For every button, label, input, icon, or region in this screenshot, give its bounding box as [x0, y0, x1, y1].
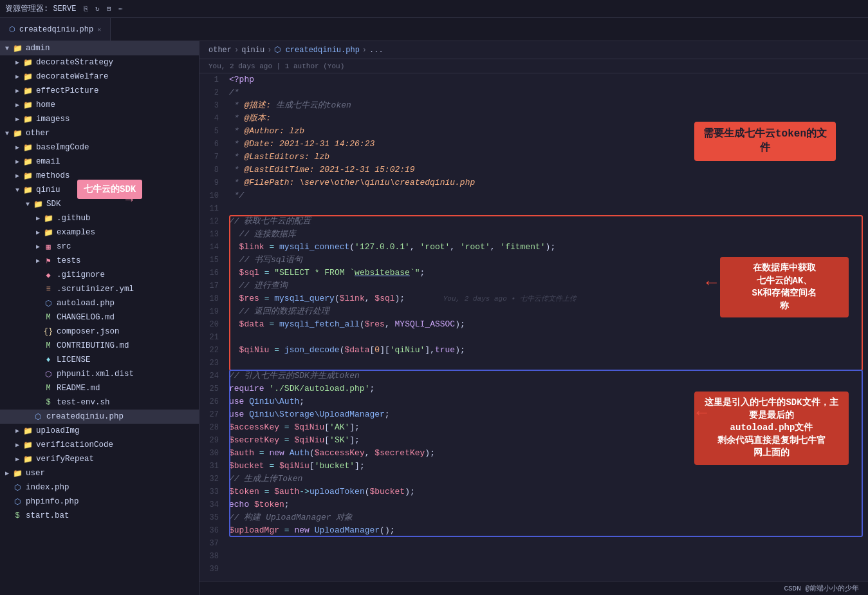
sidebar-item-effectPicture[interactable]: ▶ 📁 effectPicture	[0, 84, 199, 98]
sidebar-label: verificationCode	[36, 440, 113, 449]
file-icon: ⬡	[12, 496, 23, 507]
sidebar-item-decorateStrategy[interactable]: ▶ 📁 decorateStrategy	[0, 55, 199, 70]
sidebar-label: CONTRIBUTING.md	[57, 341, 129, 350]
folder-icon: 📁	[22, 425, 33, 437]
sidebar-item-github[interactable]: ▶ 📁 .github	[0, 211, 199, 225]
sidebar-label: .scrutinizer.yml	[57, 285, 134, 294]
sidebar-item-gitignore[interactable]: ▶ ◆ .gitignore	[0, 268, 199, 282]
arrow-icon: ▼	[3, 130, 12, 137]
sidebar-item-autoload[interactable]: ▶ ⬡ autoload.php	[0, 296, 199, 310]
file-icon: ♦	[42, 354, 54, 366]
sidebar-item-startbat[interactable]: ▶ $ start.bat	[0, 509, 199, 523]
line-content: $data = mysqli_fetch_all($res, MYSQLI_AS…	[229, 318, 868, 331]
line-number: 28	[199, 421, 229, 434]
arrow-icon: ▶	[13, 115, 22, 123]
line-content: * @FilePath: \serve\other\qiniu\createdq…	[229, 176, 868, 189]
line-content: */	[229, 189, 868, 202]
folder-icon: 📁	[22, 142, 33, 153]
folder-icon: 📁	[22, 170, 33, 182]
sidebar-item-readme[interactable]: ▶ M README.md	[0, 381, 199, 395]
sidebar-item-other[interactable]: ▼ 📁 other	[0, 126, 199, 140]
sidebar-item-examples[interactable]: ▶ 📁 examples	[0, 225, 199, 240]
code-line: 34 echo $token;	[199, 498, 868, 511]
line-number: 30	[199, 447, 229, 460]
sidebar-item-license[interactable]: ▶ ♦ LICENSE	[0, 353, 199, 367]
folder-icon: 📁	[22, 453, 33, 465]
sidebar-item-tests[interactable]: ▶ ⚑ tests	[0, 254, 199, 268]
sidebar-item-uploadImg[interactable]: ▶ 📁 uploadImg	[0, 424, 199, 438]
folder-icon: 📁	[42, 212, 54, 224]
folder-icon: 📁	[22, 71, 33, 82]
folder-icon: 📁	[22, 99, 33, 111]
breadcrumb-sep3: ›	[362, 46, 367, 55]
code-line: 39	[199, 563, 868, 576]
code-line: 23	[199, 357, 868, 370]
sidebar-item-user[interactable]: ▶ 📁 user	[0, 466, 199, 480]
code-line: 10 */	[199, 189, 868, 202]
editor-area: other › qiniu › ⬡ createdqiniu.php › ...…	[199, 41, 868, 595]
tab-createdqiniu[interactable]: ⬡ createdqiniu.php ✕	[0, 18, 111, 41]
sidebar-item-baseImgCode[interactable]: ▶ 📁 baseImgCode	[0, 140, 199, 155]
refresh-icon[interactable]: ↻	[93, 5, 102, 14]
sidebar-label: LICENSE	[57, 355, 91, 364]
sidebar-item-contributing[interactable]: ▶ M CONTRIBUTING.md	[0, 339, 199, 353]
sidebar-item-testenv[interactable]: ▶ $ test-env.sh	[0, 395, 199, 410]
line-number: 21	[199, 331, 229, 344]
sidebar-item-email[interactable]: ▶ 📁 email	[0, 155, 199, 169]
folder-icon: 📁	[42, 227, 54, 238]
sidebar-item-index[interactable]: ▶ ⬡ index.php	[0, 480, 199, 495]
line-content: $qiNiu = json_decode($data[0]['qiNiu'],t…	[229, 344, 868, 357]
sidebar-item-decorateWelfare[interactable]: ▶ 📁 decorateWelfare	[0, 70, 199, 84]
sidebar-item-admin[interactable]: ▼ 📁 admin	[0, 41, 199, 55]
code-line: 8 * @LastEditTime: 2021-12-31 15:02:19	[199, 164, 868, 176]
sidebar-item-imagess[interactable]: ▶ 📁 imagess	[0, 112, 199, 126]
breadcrumb-qiniu: qiniu	[241, 46, 264, 55]
sidebar-label: SDK	[46, 200, 61, 209]
line-number: 6	[199, 138, 229, 151]
arrow-to-sdk-icon: ←	[696, 403, 707, 423]
sidebar-item-verificationCode[interactable]: ▶ 📁 verificationCode	[0, 438, 199, 452]
sidebar-item-src[interactable]: ▶ ▦ src	[0, 240, 199, 254]
more-icon[interactable]: ⋯	[116, 5, 125, 14]
sidebar-label: index.php	[26, 483, 69, 492]
arrow-icon: ▶	[13, 144, 22, 151]
sidebar-item-phpunit[interactable]: ▶ ⬡ phpunit.xml.dist	[0, 367, 199, 381]
sidebar-item-createdqiniu[interactable]: ▶ ⬡ createdqiniu.php	[0, 410, 199, 424]
arrow-icon: ▶	[13, 87, 22, 95]
code-line: 33 $token = $auth->uploadToken($bucket);	[199, 486, 868, 498]
folder-icon: 📁	[22, 439, 33, 451]
sidebar-item-phpinfo[interactable]: ▶ ⬡ phpinfo.php	[0, 495, 199, 509]
tab-close-icon[interactable]: ✕	[97, 26, 101, 33]
sidebar-label: baseImgCode	[36, 143, 89, 152]
sidebar-item-scrutinizer[interactable]: ▶ ≡ .scrutinizer.yml	[0, 282, 199, 296]
folder-icon: 📁	[12, 42, 23, 54]
sidebar-label: test-env.sh	[57, 398, 110, 407]
annotation-sdk-info: 这里是引入的七牛的SDK文件，主要是最后的autoload.php文件剩余代码直…	[694, 392, 849, 465]
line-number: 31	[199, 460, 229, 473]
bottom-bar: CSDN @前端小小的少年	[199, 581, 868, 595]
sidebar-label: start.bat	[26, 511, 69, 520]
line-content: // 引入七牛云的SDK并生成token	[229, 370, 868, 382]
code-editor[interactable]: 需要生成七牛云token的文件 在数据库中获取七牛云的AK、SK和存储空间名称 …	[199, 73, 868, 581]
line-content: $token = $auth->uploadToken($bucket);	[229, 486, 868, 498]
collapse-icon[interactable]: ⊟	[104, 5, 113, 14]
sidebar-item-changelog[interactable]: ▶ M CHANGELOG.md	[0, 310, 199, 325]
sidebar-label: imagess	[36, 115, 70, 124]
sidebar-label: qiniu	[36, 185, 60, 194]
file-icon: {}	[42, 326, 54, 337]
sidebar-item-SDK[interactable]: ▼ 📁 SDK	[0, 197, 199, 211]
file-icon: M	[42, 312, 54, 323]
arrow-icon: ▶	[13, 172, 22, 180]
line-number: 29	[199, 434, 229, 447]
code-line: 14 $link = mysqli_connect('127.0.0.1', '…	[199, 241, 868, 254]
sidebar-label: other	[26, 129, 50, 138]
arrow-icon: ▶	[13, 441, 22, 449]
title-bar-title: 资源管理器: SERVE	[5, 3, 76, 14]
line-content: $uploadMgr = new UploadManager();	[229, 524, 868, 537]
sidebar-item-composer[interactable]: ▶ {} composer.json	[0, 325, 199, 339]
line-number: 2	[199, 86, 229, 99]
arrow-icon: ▶	[13, 101, 22, 109]
sidebar-item-verifyRepeat[interactable]: ▶ 📁 verifyRepeat	[0, 452, 199, 466]
sidebar-item-home[interactable]: ▶ 📁 home	[0, 98, 199, 112]
split-icon[interactable]: ⎘	[81, 5, 90, 14]
